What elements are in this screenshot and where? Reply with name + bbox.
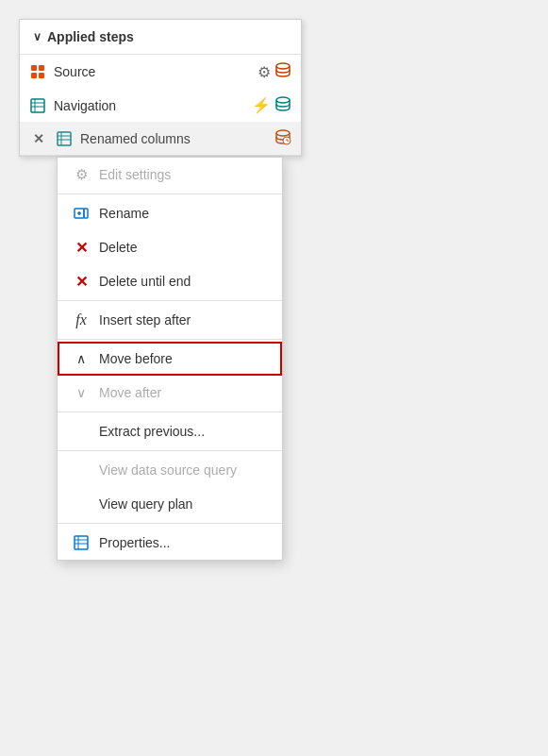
source-step-icon bbox=[29, 63, 46, 80]
svg-rect-10 bbox=[58, 132, 71, 145]
svg-rect-22 bbox=[75, 536, 88, 549]
navigation-step-label: Navigation bbox=[54, 98, 244, 113]
navigation-step-actions: ⚡ bbox=[252, 95, 291, 115]
menu-item-move-before[interactable]: ∧ Move before bbox=[58, 342, 282, 376]
close-step-button[interactable]: ✕ bbox=[29, 129, 48, 148]
renamed-columns-step-label: Renamed columns bbox=[80, 131, 267, 146]
separator-4 bbox=[58, 412, 282, 412]
svg-point-4 bbox=[276, 63, 290, 69]
delete-label: Delete bbox=[99, 240, 137, 255]
menu-item-view-query-plan[interactable]: View query plan bbox=[58, 487, 282, 521]
navigation-step-icon bbox=[29, 97, 46, 114]
step-item-source[interactable]: Source ⚙ bbox=[20, 55, 301, 89]
view-query-plan-label: View query plan bbox=[99, 496, 192, 512]
svg-rect-2 bbox=[31, 73, 37, 78]
panel-header: ∨ Applied steps bbox=[20, 20, 301, 55]
separator-6 bbox=[58, 523, 282, 524]
menu-item-rename[interactable]: Rename bbox=[58, 196, 282, 230]
extract-previous-icon bbox=[73, 423, 90, 440]
svg-rect-21 bbox=[84, 209, 88, 218]
delete-until-end-label: Delete until end bbox=[99, 274, 191, 289]
move-before-label: Move before bbox=[99, 351, 173, 366]
renamed-columns-step-actions bbox=[274, 128, 291, 148]
move-before-icon: ∧ bbox=[73, 350, 90, 367]
view-data-source-query-label: View data source query bbox=[99, 462, 237, 478]
rename-label: Rename bbox=[99, 206, 149, 221]
menu-item-extract-previous[interactable]: Extract previous... bbox=[58, 414, 282, 448]
extract-previous-label: Extract previous... bbox=[99, 424, 205, 439]
view-data-source-query-icon bbox=[73, 462, 90, 479]
step-item-renamed-columns[interactable]: ✕ Renamed columns bbox=[20, 122, 301, 155]
edit-settings-icon: ⚙ bbox=[73, 166, 90, 183]
edit-settings-label: Edit settings bbox=[99, 167, 171, 182]
svg-rect-0 bbox=[31, 65, 37, 71]
svg-rect-3 bbox=[39, 73, 44, 78]
menu-item-view-data-source-query[interactable]: View data source query bbox=[58, 453, 282, 487]
navigation-db-icon bbox=[274, 95, 291, 115]
menu-item-edit-settings[interactable]: ⚙ Edit settings bbox=[58, 158, 282, 192]
menu-item-move-after[interactable]: ∨ Move after bbox=[58, 376, 282, 410]
separator-5 bbox=[58, 450, 282, 451]
renamed-columns-step-icon bbox=[56, 130, 73, 147]
source-step-label: Source bbox=[54, 64, 250, 79]
collapse-chevron-icon[interactable]: ∨ bbox=[33, 30, 42, 43]
insert-step-after-label: Insert step after bbox=[99, 312, 191, 328]
separator-1 bbox=[58, 193, 282, 194]
menu-item-delete-until-end[interactable]: ✕ Delete until end bbox=[58, 264, 282, 298]
separator-2 bbox=[58, 300, 282, 301]
svg-rect-5 bbox=[31, 99, 44, 112]
view-query-plan-icon bbox=[73, 496, 90, 512]
delete-until-end-icon: ✕ bbox=[73, 273, 90, 290]
steps-list: Source ⚙ bbox=[20, 55, 301, 156]
source-step-actions: ⚙ bbox=[257, 61, 291, 82]
context-menu: ⚙ Edit settings Rename ✕ Delete ✕ bbox=[57, 157, 283, 561]
source-db-icon bbox=[274, 61, 291, 82]
properties-icon bbox=[73, 534, 90, 551]
navigation-lightning-icon: ⚡ bbox=[252, 96, 271, 114]
svg-rect-1 bbox=[39, 65, 44, 71]
panel-title: Applied steps bbox=[47, 29, 134, 44]
menu-item-properties[interactable]: Properties... bbox=[58, 526, 282, 560]
menu-item-delete[interactable]: ✕ Delete bbox=[58, 230, 282, 264]
applied-steps-panel: ∨ Applied steps Source ⚙ bbox=[19, 19, 302, 157]
fx-icon: fx bbox=[73, 311, 90, 328]
svg-point-14 bbox=[276, 130, 290, 136]
move-after-icon: ∨ bbox=[73, 384, 90, 401]
menu-item-insert-step-after[interactable]: fx Insert step after bbox=[58, 303, 282, 337]
properties-label: Properties... bbox=[99, 535, 170, 550]
renamed-columns-db-icon bbox=[274, 128, 291, 148]
step-item-navigation[interactable]: Navigation ⚡ bbox=[20, 89, 301, 122]
delete-icon: ✕ bbox=[73, 239, 90, 256]
svg-point-9 bbox=[276, 97, 290, 103]
rename-icon bbox=[73, 205, 90, 222]
source-gear-icon[interactable]: ⚙ bbox=[257, 63, 271, 81]
separator-3 bbox=[58, 339, 282, 340]
move-after-label: Move after bbox=[99, 385, 161, 400]
